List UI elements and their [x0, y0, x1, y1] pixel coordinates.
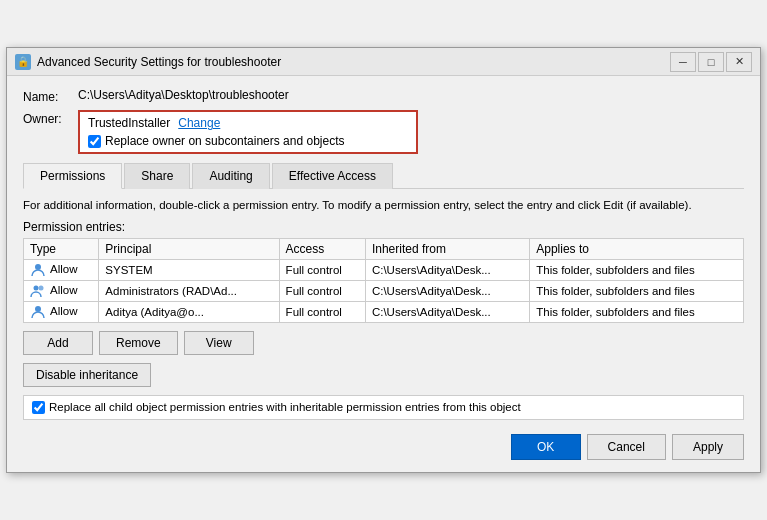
- replace-all-box: Replace all child object permission entr…: [23, 395, 744, 420]
- tab-effective-access[interactable]: Effective Access: [272, 163, 393, 189]
- action-buttons: Add Remove View: [23, 331, 744, 355]
- minimize-button[interactable]: ─: [670, 52, 696, 72]
- owner-value-row: TrustedInstaller Change: [88, 116, 408, 130]
- col-applies: Applies to: [530, 238, 744, 259]
- col-principal: Principal: [99, 238, 279, 259]
- window-icon: 🔒: [15, 54, 31, 70]
- row3-applies: This folder, subfolders and files: [530, 301, 744, 322]
- replace-owner-checkbox[interactable]: [88, 135, 101, 148]
- window-body: Name: C:\Users\Aditya\Desktop\troublesho…: [7, 76, 760, 471]
- tab-auditing[interactable]: Auditing: [192, 163, 269, 189]
- ok-button[interactable]: OK: [511, 434, 581, 460]
- replace-all-label: Replace all child object permission entr…: [49, 401, 521, 413]
- row2-access: Full control: [279, 280, 365, 301]
- name-value: C:\Users\Aditya\Desktop\troubleshooter: [78, 88, 289, 102]
- row2-applies: This folder, subfolders and files: [530, 280, 744, 301]
- row3-access: Full control: [279, 301, 365, 322]
- replace-owner-row: Replace owner on subcontainers and objec…: [88, 134, 408, 148]
- info-text: For additional information, double-click…: [23, 197, 744, 213]
- owner-label: Owner:: [23, 110, 78, 126]
- table-row[interactable]: Allow Administrators (RAD\Ad... Full con…: [24, 280, 744, 301]
- user-icon-1: [30, 263, 46, 277]
- table-row[interactable]: Allow SYSTEM Full control C:\Users\Adity…: [24, 259, 744, 280]
- view-button[interactable]: View: [184, 331, 254, 355]
- window-title: Advanced Security Settings for troublesh…: [37, 55, 670, 69]
- close-button[interactable]: ✕: [726, 52, 752, 72]
- footer-buttons: OK Cancel Apply: [23, 430, 744, 460]
- table-header: Type Principal Access Inherited from App…: [24, 238, 744, 259]
- title-bar: 🔒 Advanced Security Settings for trouble…: [7, 48, 760, 76]
- row1-type: Allow: [24, 259, 99, 280]
- permission-entries-label: Permission entries:: [23, 220, 744, 234]
- col-type: Type: [24, 238, 99, 259]
- owner-row: Owner: TrustedInstaller Change Replace o…: [23, 110, 744, 154]
- svg-point-2: [39, 285, 44, 290]
- tabs: Permissions Share Auditing Effective Acc…: [23, 162, 744, 189]
- owner-box: TrustedInstaller Change Replace owner on…: [78, 110, 418, 154]
- tabs-container: Permissions Share Auditing Effective Acc…: [23, 162, 744, 189]
- owner-value: TrustedInstaller: [88, 116, 170, 130]
- row1-principal: SYSTEM: [99, 259, 279, 280]
- disable-inheritance-button[interactable]: Disable inheritance: [23, 363, 151, 387]
- replace-all-checkbox[interactable]: [32, 401, 45, 414]
- svg-point-0: [35, 264, 41, 270]
- tab-permissions[interactable]: Permissions: [23, 163, 122, 189]
- replace-owner-label: Replace owner on subcontainers and objec…: [105, 134, 344, 148]
- row1-applies: This folder, subfolders and files: [530, 259, 744, 280]
- tab-share[interactable]: Share: [124, 163, 190, 189]
- svg-point-1: [34, 285, 39, 290]
- user-icon-3: [30, 305, 46, 319]
- user-icon-2: [30, 284, 46, 298]
- svg-point-3: [35, 306, 41, 312]
- change-link[interactable]: Change: [178, 116, 220, 130]
- table-row[interactable]: Allow Aditya (Aditya@o... Full control C…: [24, 301, 744, 322]
- row3-principal: Aditya (Aditya@o...: [99, 301, 279, 322]
- row3-inherited: C:\Users\Aditya\Desk...: [365, 301, 529, 322]
- add-button[interactable]: Add: [23, 331, 93, 355]
- col-access: Access: [279, 238, 365, 259]
- table-body: Allow SYSTEM Full control C:\Users\Adity…: [24, 259, 744, 322]
- row1-access: Full control: [279, 259, 365, 280]
- row2-type: Allow: [24, 280, 99, 301]
- maximize-button[interactable]: □: [698, 52, 724, 72]
- permission-table: Type Principal Access Inherited from App…: [23, 238, 744, 323]
- row1-inherited: C:\Users\Aditya\Desk...: [365, 259, 529, 280]
- row2-principal: Administrators (RAD\Ad...: [99, 280, 279, 301]
- window: 🔒 Advanced Security Settings for trouble…: [6, 47, 761, 472]
- name-row: Name: C:\Users\Aditya\Desktop\troublesho…: [23, 88, 744, 104]
- name-label: Name:: [23, 88, 78, 104]
- title-bar-controls: ─ □ ✕: [670, 52, 752, 72]
- cancel-button[interactable]: Cancel: [587, 434, 666, 460]
- apply-button[interactable]: Apply: [672, 434, 744, 460]
- row2-inherited: C:\Users\Aditya\Desk...: [365, 280, 529, 301]
- col-inherited: Inherited from: [365, 238, 529, 259]
- row3-type: Allow: [24, 301, 99, 322]
- remove-button[interactable]: Remove: [99, 331, 178, 355]
